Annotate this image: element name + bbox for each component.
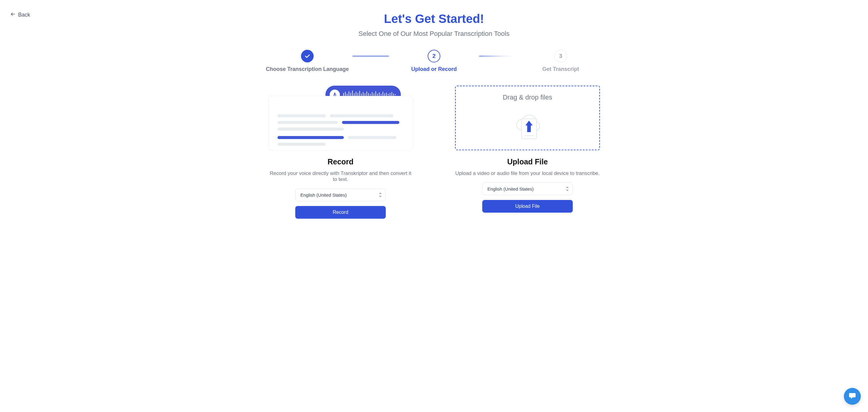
- record-language-select[interactable]: [295, 189, 386, 201]
- step-2-label: Upload or Record: [411, 66, 457, 72]
- record-illustration: [268, 86, 413, 150]
- page-subtitle: Select One of Our Most Popular Transcrip…: [229, 30, 639, 38]
- record-title: Record: [328, 157, 353, 166]
- upload-button[interactable]: Upload File: [482, 200, 573, 213]
- step-1: Choose Transcription Language: [262, 50, 352, 72]
- page-title: Let's Get Started!: [229, 12, 639, 26]
- step-3-number: 3: [554, 50, 567, 62]
- arrow-left-icon: [10, 11, 16, 19]
- upload-description: Upload a video or audio file from your l…: [455, 170, 599, 177]
- step-2-number: 2: [428, 50, 440, 62]
- chat-fab[interactable]: [844, 388, 861, 405]
- step-1-label: Choose Transcription Language: [266, 66, 349, 72]
- checkmark-icon: [301, 50, 314, 62]
- record-description: Record your voice directly with Transkri…: [268, 170, 413, 183]
- cloud-upload-icon: [511, 107, 544, 139]
- chat-icon: [848, 392, 856, 401]
- stepper: Choose Transcription Language 2 Upload o…: [229, 50, 639, 72]
- dropzone[interactable]: Drag & drop files: [455, 86, 600, 150]
- step-connector: [352, 56, 389, 56]
- step-2: 2 Upload or Record: [389, 50, 479, 72]
- record-card: Record Record your voice directly with T…: [268, 86, 413, 219]
- back-label: Back: [18, 12, 30, 18]
- svg-rect-32: [527, 125, 531, 132]
- step-3-label: Get Transcript: [542, 66, 579, 72]
- upload-language-select[interactable]: [482, 183, 573, 195]
- back-link[interactable]: Back: [10, 11, 30, 19]
- dropzone-label: Drag & drop files: [503, 94, 552, 101]
- record-button[interactable]: Record: [295, 206, 386, 219]
- upload-card: Drag & drop files Upload File Upload a v…: [455, 86, 600, 219]
- step-3: 3 Get Transcript: [516, 50, 606, 72]
- upload-title: Upload File: [507, 157, 548, 166]
- transcript-preview: [268, 96, 413, 150]
- step-connector: [479, 56, 516, 56]
